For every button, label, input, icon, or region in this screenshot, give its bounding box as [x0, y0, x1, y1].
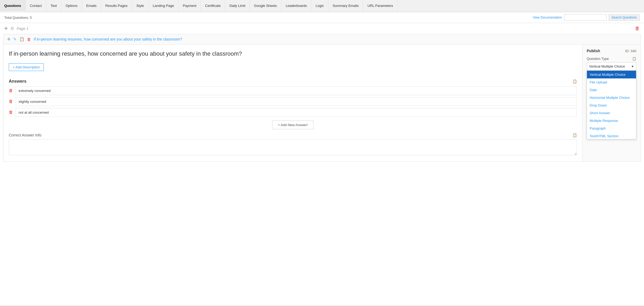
question-type-label: Question Type 📋 [587, 57, 636, 61]
answers-header: Answers 📋 [9, 79, 577, 84]
add-description-button[interactable]: + Add Description [9, 63, 44, 71]
question-text: If in-person learning resumes, how conce… [9, 50, 577, 58]
delete-answer-2-button[interactable]: 🗑 [9, 99, 13, 104]
question-body: If in-person learning resumes, how conce… [3, 45, 641, 161]
question-id: ID: 340 [625, 49, 636, 53]
answer-row: 🗑 [9, 108, 577, 117]
total-questions: Total Questions: 5 [4, 16, 32, 20]
publish-label: Publish [587, 49, 600, 53]
sidebar-publish-row: Publish ID: 340 [587, 49, 636, 53]
dropdown-item-horizontal-multiple-choice[interactable]: Horizontal Multiple Choice [587, 94, 636, 101]
nav-tab-summary-emails[interactable]: Summary Emails [328, 0, 363, 12]
nav-tabs: QuestionsContactTextOptionsEmailsResults… [0, 0, 644, 12]
dropdown-item-date[interactable]: Date [587, 86, 636, 94]
correct-answer-section: Correct Answer Info 📋 [9, 133, 577, 156]
nav-tab-questions[interactable]: Questions [0, 0, 26, 12]
answer-2-input[interactable] [16, 97, 577, 106]
question-type-select[interactable]: Vertical Multiple ChoiceFile UploadDateH… [587, 62, 636, 70]
nav-tab-url-parameters[interactable]: URL Parameters [363, 0, 397, 12]
nav-tab-google-sheets[interactable]: Google Sheets [250, 0, 281, 12]
move-question-icon[interactable]: ✚ [7, 37, 11, 42]
nav-tab-emails[interactable]: Emails [82, 0, 101, 12]
nav-tab-payment[interactable]: Payment [179, 0, 201, 12]
copy-question-icon[interactable]: 📋 [19, 37, 24, 42]
nav-tab-contact[interactable]: Contact [26, 0, 46, 12]
settings-page-icon[interactable]: ⚙ [10, 26, 14, 31]
question-type-select-wrapper: Vertical Multiple ChoiceFile UploadDateH… [587, 62, 636, 70]
dropdown-item-drop-down[interactable]: Drop Down [587, 101, 636, 109]
toolbar-right: View Documentation Search Questions [533, 14, 640, 21]
question-header: ✚ ✎ 📋 🗑 If in-person learning resumes, h… [3, 34, 641, 45]
dropdown-item-paragraph[interactable]: Paragraph [587, 125, 636, 132]
correct-answer-textarea[interactable] [9, 139, 577, 155]
correct-answer-title: Correct Answer Info [9, 133, 41, 137]
correct-answer-header: Correct Answer Info 📋 [9, 133, 577, 137]
page-row: ✚ ⚙ Page 1 🗑 [0, 23, 644, 34]
answer-row: 🗑 [9, 86, 577, 95]
question-main: If in-person learning resumes, how conce… [3, 45, 582, 161]
question-type-copy-icon[interactable]: 📋 [632, 57, 636, 61]
question-card: ✚ ✎ 📋 🗑 If in-person learning resumes, h… [3, 34, 641, 162]
page-title: Page 1 [17, 26, 28, 31]
nav-tab-daily-limit[interactable]: Daily Limit [225, 0, 250, 12]
answers-section: Answers 📋 🗑 🗑 🗑 + Ad [9, 79, 577, 129]
dropdown-item-file-upload[interactable]: File Upload [587, 78, 636, 86]
delete-answer-1-button[interactable]: 🗑 [9, 88, 13, 93]
main-content: Total Questions: 5 View Documentation Se… [0, 12, 644, 305]
dropdown-item-short-answer[interactable]: Short Answer [587, 109, 636, 117]
nav-tab-logic[interactable]: Logic [311, 0, 328, 12]
nav-tab-landing-page[interactable]: Landing Page [149, 0, 179, 12]
dropdown-item-text/html-section[interactable]: Text/HTML Section [587, 132, 636, 139]
nav-tab-options[interactable]: Options [61, 0, 82, 12]
correct-answer-copy-icon[interactable]: 📋 [572, 133, 577, 137]
nav-tab-certificate[interactable]: Certificate [201, 0, 225, 12]
delete-answer-3-button[interactable]: 🗑 [9, 110, 13, 115]
answer-row: 🗑 [9, 97, 577, 106]
question-title-link[interactable]: If in-person learning resumes, how conce… [34, 37, 182, 41]
dropdown-item-multiple-response[interactable]: Multiple Response [587, 117, 636, 125]
answers-copy-icon[interactable]: 📋 [572, 79, 577, 83]
delete-page-button[interactable]: 🗑 [635, 26, 640, 31]
view-documentation-link[interactable]: View Documentation [533, 16, 562, 19]
dropdown-item-vertical-multiple-choice[interactable]: Vertical Multiple Choice [587, 71, 636, 78]
top-toolbar: Total Questions: 5 View Documentation Se… [0, 12, 644, 23]
nav-tab-results-pages[interactable]: Results Pages [101, 0, 132, 12]
search-questions-button[interactable]: Search Questions [609, 14, 640, 21]
edit-question-icon[interactable]: ✎ [13, 37, 17, 42]
move-page-icon[interactable]: ✚ [4, 26, 8, 31]
answer-3-input[interactable] [16, 108, 577, 117]
answers-title: Answers [9, 79, 27, 84]
add-new-answer-button[interactable]: + Add New Answer! [272, 121, 313, 129]
nav-tab-text[interactable]: Text [46, 0, 61, 12]
answer-1-input[interactable] [16, 86, 577, 95]
nav-tab-leaderboards[interactable]: Leaderboards [281, 0, 311, 12]
question-sidebar: Publish ID: 340 Question Type 📋 Vertical… [582, 45, 641, 161]
question-type-dropdown: Vertical Multiple ChoiceFile UploadDateH… [587, 70, 636, 139]
search-input[interactable] [564, 14, 607, 21]
nav-tab-style[interactable]: Style [132, 0, 149, 12]
delete-question-icon[interactable]: 🗑 [27, 37, 31, 42]
